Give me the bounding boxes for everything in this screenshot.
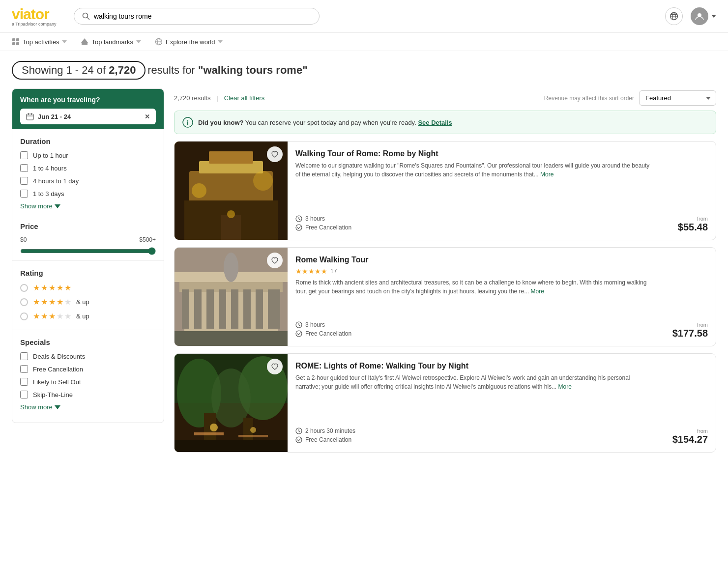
tour-3-more-link[interactable]: More — [558, 383, 572, 390]
sort-area: Revenue may affect this sort order Featu… — [544, 90, 716, 106]
tour-2-more-link[interactable]: More — [531, 288, 544, 295]
specials-show-more[interactable]: Show more — [20, 403, 156, 411]
star-1: ★ — [33, 297, 40, 307]
rating-5-star[interactable]: ★ ★ ★ ★ ★ — [20, 283, 156, 292]
svg-point-54 — [296, 331, 302, 337]
likely-to-sell-out-checkbox[interactable] — [20, 378, 28, 386]
special-deals-discounts[interactable]: Deals & Discounts — [20, 352, 156, 360]
star-4: ★ — [315, 267, 321, 275]
duration-4-hours-to-1-day-checkbox[interactable] — [20, 177, 28, 185]
duration-1-to-3-days[interactable]: 1 to 3 days — [20, 190, 156, 198]
travel-date-title: When are you traveling? — [20, 96, 156, 104]
tour-2-favorite-button[interactable] — [267, 253, 283, 268]
user-menu-button[interactable] — [691, 7, 716, 25]
duration-up-to-1-hour-checkbox[interactable] — [20, 151, 28, 159]
svg-line-1 — [87, 18, 89, 20]
calendar-icon — [26, 113, 34, 120]
chevron-down-icon — [218, 40, 223, 43]
price-title: Price — [20, 222, 156, 230]
svg-rect-9 — [16, 38, 19, 41]
results-count-bubble: Showing 1 - 24 of 2,720 — [12, 61, 146, 80]
duration-1-to-4-hours[interactable]: 1 to 4 hours — [20, 164, 156, 172]
svg-rect-66 — [175, 440, 288, 452]
star-3: ★ — [49, 283, 56, 292]
check-circle-icon — [295, 224, 302, 231]
clear-filters-button[interactable]: Clear all filters — [224, 94, 264, 102]
date-input[interactable]: Jun 21 - 24 ✕ — [20, 109, 156, 124]
star-1: ★ — [295, 267, 302, 275]
rating-5-star-radio[interactable] — [20, 284, 28, 292]
logo-text: viator — [12, 6, 66, 23]
tour-card-3: ROME: Lights of Rome: Walking Tour by Ni… — [174, 353, 716, 453]
check-circle-icon — [295, 330, 302, 337]
tour-2-review-count: 17 — [330, 268, 337, 275]
globe-icon — [670, 12, 678, 21]
tour-1-price: from $55.48 — [662, 142, 716, 240]
special-free-cancellation[interactable]: Free Cancellation — [20, 365, 156, 373]
star-5-empty: ★ — [64, 312, 71, 321]
duration-show-more[interactable]: Show more — [20, 202, 156, 210]
sort-select[interactable]: Featured Top Rated Price (Low to High) P… — [639, 90, 716, 106]
special-skip-the-line[interactable]: Skip-The-Line — [20, 391, 156, 398]
svg-rect-48 — [268, 289, 280, 329]
clock-icon — [295, 215, 302, 222]
svg-point-65 — [250, 427, 256, 433]
star-4-empty: ★ — [57, 312, 63, 321]
chevron-down-icon — [55, 405, 60, 409]
date-clear-button[interactable]: ✕ — [145, 113, 150, 120]
duration-1-to-3-days-checkbox[interactable] — [20, 190, 28, 198]
tour-2-info: Rome Walking Tour ★ ★ ★ ★ ★ 17 Rome is t… — [288, 248, 662, 346]
tour-1-favorite-button[interactable] — [267, 146, 283, 162]
rating-4-star-radio[interactable] — [20, 298, 28, 306]
nav-explore-world[interactable]: Explore the world — [155, 38, 223, 46]
star-2: ★ — [41, 283, 48, 292]
duration-1-to-3-days-label: 1 to 3 days — [33, 190, 64, 198]
svg-rect-46 — [243, 289, 251, 329]
tour-1-more-link[interactable]: More — [540, 171, 553, 178]
svg-point-36 — [296, 225, 302, 230]
tour-2-cancellation-text: Free Cancellation — [305, 330, 351, 337]
sidebar-date-header: When are you traveling? Jun 21 - 24 ✕ — [12, 89, 164, 129]
skip-the-line-checkbox[interactable] — [20, 391, 28, 398]
duration-up-to-1-hour[interactable]: Up to 1 hour — [20, 151, 156, 159]
sidebar-specials-section: Specials Deals & Discounts Free Cancella… — [12, 330, 164, 415]
rating-4-star-up[interactable]: ★ ★ ★ ★ ★ & up — [20, 297, 156, 307]
duration-4-hours-to-1-day[interactable]: 4 hours to 1 day — [20, 177, 156, 185]
special-likely-to-sell-out[interactable]: Likely to Sell Out — [20, 378, 156, 386]
tour-3-price-amount: $154.27 — [672, 434, 708, 445]
language-button[interactable] — [665, 7, 683, 25]
price-max-label: $500+ — [139, 236, 156, 243]
sidebar-price-section: Price $0 $500+ — [12, 214, 164, 261]
see-details-link[interactable]: See Details — [418, 119, 452, 126]
star-2: ★ — [41, 297, 48, 307]
results-top-bar: 2,720 results | Clear all filters Revenu… — [174, 85, 716, 111]
free-cancellation-checkbox[interactable] — [20, 365, 28, 373]
rating-3-star-radio[interactable] — [20, 312, 28, 320]
nav-top-landmarks[interactable]: Top landmarks — [81, 38, 141, 46]
search-input[interactable] — [94, 12, 311, 20]
tour-3-price-from: from — [697, 428, 708, 434]
deals-discounts-checkbox[interactable] — [20, 352, 28, 360]
user-icon — [695, 11, 704, 21]
tour-1-duration-text: 3 hours — [305, 215, 325, 222]
sidebar-rating-section: Rating ★ ★ ★ ★ ★ ★ ★ ★ ★ ★ — [12, 261, 164, 330]
duration-1-to-4-hours-checkbox[interactable] — [20, 164, 28, 172]
star-3: ★ — [49, 297, 56, 307]
check-circle-icon — [295, 436, 302, 443]
tour-3-price: from $154.27 — [662, 354, 716, 452]
tour-3-favorite-button[interactable] — [267, 359, 283, 374]
tour-1-image — [175, 142, 288, 240]
divider: | — [216, 94, 218, 102]
tour-3-cancellation-text: Free Cancellation — [305, 436, 351, 443]
header-right — [665, 7, 716, 25]
tour-2-duration-text: 3 hours — [305, 321, 325, 328]
svg-rect-11 — [16, 42, 19, 45]
price-slider[interactable] — [20, 247, 156, 255]
chevron-down-icon — [55, 204, 60, 208]
tour-1-duration: 3 hours — [295, 215, 654, 222]
rating-3-star-up[interactable]: ★ ★ ★ ★ ★ & up — [20, 312, 156, 321]
svg-line-69 — [299, 431, 300, 432]
nav-top-activities[interactable]: Top activities — [12, 38, 67, 46]
star-3: ★ — [49, 312, 56, 321]
svg-point-29 — [192, 183, 206, 198]
